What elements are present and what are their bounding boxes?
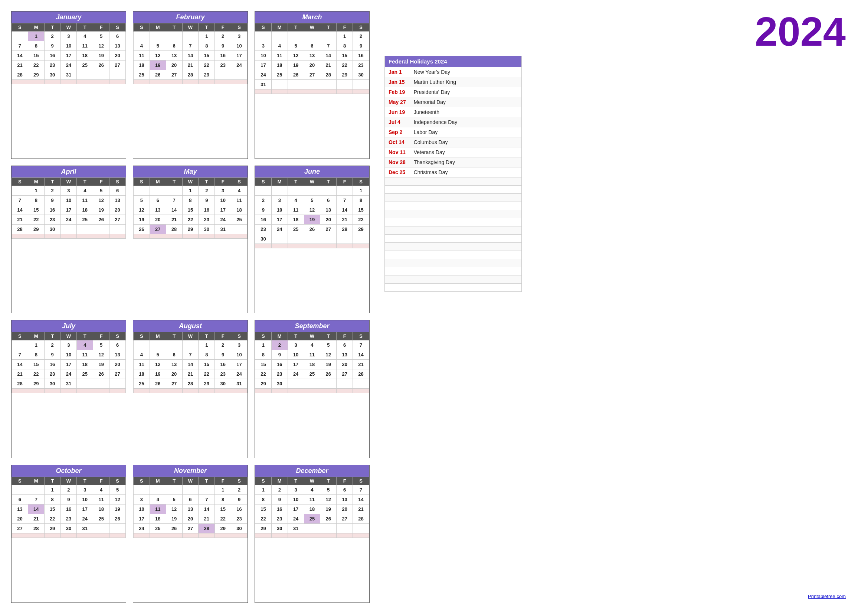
month-august: AugustSMTWTFS123456789101112131415161718… — [133, 320, 248, 458]
calendar-day: 25 — [150, 524, 166, 533]
holidays-table: Federal Holidays 2024 Jan 1New Year's Da… — [384, 56, 522, 292]
calendar-day: 22 — [198, 60, 215, 70]
year-title: 2024 — [755, 11, 846, 52]
calendar-day: 3 — [231, 340, 248, 350]
empty-cell — [110, 533, 126, 538]
calendar-day: 28 — [182, 379, 198, 389]
holiday-row-empty — [385, 218, 522, 226]
calendar-day: 10 — [60, 41, 77, 51]
calendar-day: 23 — [44, 369, 60, 379]
calendar-day: 17 — [60, 360, 77, 369]
calendar-day: 20 — [110, 205, 126, 215]
empty-cell — [385, 276, 410, 284]
calendar-day: 12 — [150, 51, 166, 60]
calendar-day: 26 — [320, 369, 336, 379]
empty-cell — [44, 533, 60, 538]
calendar-day: 29 — [215, 524, 231, 533]
calendar-day: 9 — [215, 350, 231, 360]
calendar-day: 10 — [133, 504, 150, 514]
weekday-header: S — [353, 477, 369, 485]
weekday-header: S — [231, 23, 248, 31]
calendar-day: 30 — [215, 379, 231, 389]
calendar-day: 1 — [255, 340, 272, 350]
month-header: January — [11, 11, 126, 23]
holiday-name: Independence Day — [410, 117, 521, 127]
calendar-day: 18 — [133, 60, 150, 70]
calendar-day — [166, 186, 182, 195]
weekday-header: S — [110, 332, 126, 340]
weekday-header: W — [304, 23, 320, 31]
calendar-day — [166, 31, 182, 41]
weekday-header: S — [255, 332, 272, 340]
calendar-day — [93, 225, 110, 234]
calendar-day: 14 — [198, 504, 215, 514]
calendar-day: 16 — [353, 51, 369, 60]
calendar-day: 19 — [133, 215, 150, 225]
calendar-day: 2 — [198, 186, 215, 195]
holiday-name: Martin Luther King — [410, 77, 521, 87]
calendar-day: 26 — [133, 225, 150, 234]
calendar-day: 20 — [182, 514, 198, 524]
weekday-header: T — [320, 23, 336, 31]
empty-cell — [231, 533, 248, 538]
calendar-day: 23 — [353, 60, 369, 70]
empty-cell — [410, 202, 521, 210]
calendar-day: 30 — [271, 524, 288, 533]
calendar-day: 9 — [271, 350, 288, 360]
calendar-day — [150, 186, 166, 195]
empty-cell — [44, 234, 60, 239]
calendar-day: 26 — [150, 379, 166, 389]
calendar-day: 14 — [320, 51, 336, 60]
weekday-header: S — [110, 178, 126, 186]
calendar-day: 19 — [304, 215, 320, 225]
calendar-day: 8 — [28, 41, 44, 51]
calendar-day: 20 — [304, 60, 320, 70]
holiday-row: Jun 19Juneteenth — [385, 107, 522, 117]
calendar-day: 6 — [110, 186, 126, 195]
month-header: December — [255, 465, 369, 477]
calendar-day: 17 — [288, 360, 304, 369]
month-header: April — [11, 166, 126, 177]
calendar-day: 5 — [133, 195, 150, 205]
calendar-day: 2 — [353, 31, 369, 41]
footer-link[interactable]: Printabletree.com — [808, 594, 846, 599]
calendar-day: 23 — [255, 225, 272, 234]
calendar-day: 15 — [198, 360, 215, 369]
calendar-day: 24 — [133, 524, 150, 533]
calendar-day: 23 — [60, 514, 77, 524]
empty-cell — [385, 186, 410, 194]
calendar-day: 31 — [255, 80, 272, 90]
calendar-day: 20 — [166, 60, 182, 70]
holiday-name: New Year's Day — [410, 67, 521, 77]
calendar-day: 4 — [133, 41, 150, 51]
holiday-name: Memorial Day — [410, 97, 521, 107]
calendar-day: 14 — [353, 350, 369, 360]
empty-cell — [271, 244, 288, 248]
calendar-day: 22 — [182, 215, 198, 225]
empty-cell — [77, 389, 93, 393]
calendar-day — [288, 379, 304, 389]
holiday-row-empty — [385, 202, 522, 210]
calendar-day: 5 — [166, 495, 182, 504]
empty-cell — [215, 389, 231, 393]
calendar-day: 16 — [44, 51, 60, 60]
calendar-day: 17 — [60, 205, 77, 215]
calendar-day: 3 — [60, 31, 77, 41]
empty-cell — [133, 80, 150, 84]
calendar-day: 9 — [215, 41, 231, 51]
calendar-day: 8 — [182, 195, 198, 205]
calendar-day: 27 — [182, 524, 198, 533]
holiday-date: Jul 4 — [385, 117, 410, 127]
calendar-day: 27 — [304, 70, 320, 80]
calendar-day: 10 — [231, 350, 248, 360]
empty-cell — [304, 389, 320, 393]
calendar-day: 9 — [44, 350, 60, 360]
holiday-name: Juneteenth — [410, 107, 521, 117]
calendar-day: 10 — [271, 205, 288, 215]
calendar-day — [93, 524, 110, 533]
calendar-day: 17 — [215, 205, 231, 215]
calendar-day: 24 — [60, 215, 77, 225]
calendar-day: 6 — [150, 195, 166, 205]
empty-cell — [77, 80, 93, 84]
calendar-day: 22 — [255, 369, 272, 379]
